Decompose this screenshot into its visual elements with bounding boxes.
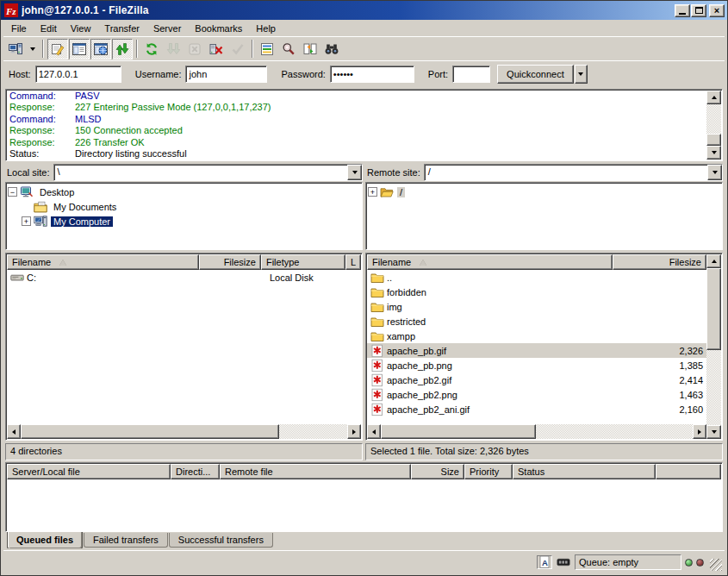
column-header-l[interactable]: L xyxy=(345,254,361,270)
scroll-track[interactable] xyxy=(706,104,721,146)
minimize-button[interactable] xyxy=(675,4,690,17)
scroll-right-button[interactable] xyxy=(347,424,361,439)
directory-comparison-button[interactable] xyxy=(300,39,320,59)
menu-file[interactable]: File xyxy=(4,22,34,35)
maximize-icon xyxy=(695,7,703,14)
expand-icon[interactable]: + xyxy=(368,187,377,197)
log-scrollbar[interactable] xyxy=(706,91,721,160)
menu-help[interactable]: Help xyxy=(249,22,283,35)
scroll-track[interactable] xyxy=(706,268,721,425)
column-header-status[interactable]: Status xyxy=(513,464,656,479)
local-tree-item-my-computer[interactable]: +My Computer xyxy=(7,214,361,229)
column-header-remote-file[interactable]: Remote file xyxy=(220,464,411,479)
local-site-dropdown[interactable] xyxy=(347,165,362,180)
process-queue-button[interactable] xyxy=(163,39,184,59)
scroll-thumb[interactable] xyxy=(381,424,536,439)
local-tree-item-my-documents[interactable]: My Documents xyxy=(7,199,361,214)
menu-server[interactable]: Server xyxy=(146,22,188,35)
expand-icon[interactable]: + xyxy=(22,216,31,226)
remote-file-row-restricted[interactable]: restricted xyxy=(367,314,706,329)
log-line-response: Response:226 Transfer OK xyxy=(9,137,705,148)
remote-file-row-img[interactable]: img xyxy=(367,299,706,314)
column-header-filler[interactable] xyxy=(656,464,721,479)
remote-file-row-forbidden[interactable]: forbidden xyxy=(367,285,706,299)
cell-value: 2,326 xyxy=(613,346,706,356)
password-input[interactable] xyxy=(330,66,414,83)
scroll-up-button[interactable] xyxy=(706,254,721,268)
menu-bookmarks[interactable]: Bookmarks xyxy=(188,22,249,35)
collapse-icon[interactable]: − xyxy=(8,187,17,197)
remote-file-row-apache-pb-png[interactable]: apache_pb.png1,385 xyxy=(367,358,706,373)
scroll-left-button[interactable] xyxy=(7,424,21,439)
file-search-button[interactable] xyxy=(278,39,299,59)
column-header-priority[interactable]: Priority xyxy=(464,464,513,479)
column-header-filename[interactable]: Filename xyxy=(7,254,199,270)
scroll-track[interactable] xyxy=(21,424,347,439)
remote-tree-item-blank[interactable]: +/ xyxy=(367,185,721,199)
toggle-transfer-queue-button[interactable] xyxy=(112,39,133,59)
local-file-list: FilenameFilesizeFiletypeL C:Local Disk xyxy=(5,253,363,441)
toggle-message-log-button[interactable] xyxy=(47,39,68,59)
remote-vertical-scrollbar[interactable] xyxy=(706,254,721,439)
remote-file-row-apache-pb2-gif[interactable]: apache_pb2.gif2,414 xyxy=(367,373,706,387)
username-input[interactable] xyxy=(185,66,267,83)
log-message: 226 Transfer OK xyxy=(75,137,145,148)
local-site-value[interactable]: \ xyxy=(54,165,347,180)
column-header-filename[interactable]: Filename xyxy=(367,254,613,270)
local-tree-item-desktop[interactable]: −Desktop xyxy=(7,185,361,199)
port-input[interactable] xyxy=(452,66,490,83)
close-button[interactable]: × xyxy=(709,4,725,17)
scroll-down-button[interactable] xyxy=(706,146,721,160)
toggle-remote-treeview-button[interactable] xyxy=(90,39,111,59)
column-header-filesize[interactable]: Filesize xyxy=(613,254,706,270)
tab-failed-transfers[interactable]: Failed transfers xyxy=(84,533,168,548)
remote-file-row-blank[interactable]: .. xyxy=(367,270,706,285)
remote-site-combo[interactable]: / xyxy=(424,164,723,181)
remote-file-row-apache-pb2-png[interactable]: apache_pb2.png1,463 xyxy=(367,387,706,402)
refresh-button[interactable] xyxy=(141,39,162,59)
scroll-left-button[interactable] xyxy=(367,424,381,439)
scroll-track[interactable] xyxy=(381,424,693,439)
local-site-combo[interactable]: \ xyxy=(53,164,363,181)
toggle-local-treeview-button[interactable] xyxy=(69,39,90,59)
directory-listing-filters-button[interactable] xyxy=(257,39,277,59)
column-header-size[interactable]: Size xyxy=(411,464,464,479)
resize-grip[interactable] xyxy=(710,559,722,571)
scroll-right-button[interactable] xyxy=(693,424,706,439)
local-horizontal-scrollbar[interactable] xyxy=(7,424,361,439)
remote-site-dropdown[interactable] xyxy=(707,165,722,180)
menu-view[interactable]: View xyxy=(64,22,98,35)
tab-queued-files[interactable]: Queued files xyxy=(7,532,83,549)
quickconnect-button[interactable]: Quickconnect xyxy=(497,65,574,84)
disconnect-button[interactable] xyxy=(206,39,227,59)
site-manager-button[interactable] xyxy=(5,39,26,59)
column-header-server-local-file[interactable]: Server/Local file xyxy=(7,464,171,479)
site-manager-dropdown-button[interactable] xyxy=(27,39,39,59)
remote-site-value[interactable]: / xyxy=(425,165,707,180)
drive-icon xyxy=(10,271,24,285)
menu-edit[interactable]: Edit xyxy=(34,22,64,35)
column-header-directi[interactable]: Directi... xyxy=(171,464,220,479)
remote-file-row-apache-pb-gif[interactable]: apache_pb.gif2,326 xyxy=(367,343,706,358)
synchronized-browsing-button[interactable] xyxy=(321,39,342,59)
remote-horizontal-scrollbar[interactable] xyxy=(367,424,706,439)
menu-transfer[interactable]: Transfer xyxy=(97,22,146,35)
local-file-row-c[interactable]: C:Local Disk xyxy=(7,270,361,285)
abort-button[interactable] xyxy=(227,39,248,59)
scroll-thumb[interactable] xyxy=(706,134,721,146)
quickconnect-dropdown[interactable] xyxy=(575,65,588,84)
local-pane: Local site: \ −DesktopMy Documents+My Co… xyxy=(5,163,363,460)
local-status-bar: 4 directories xyxy=(5,443,363,460)
cancel-operation-button[interactable] xyxy=(184,39,205,59)
remote-file-row-apache-pb2-ani-gif[interactable]: apache_pb2_ani.gif2,160 xyxy=(367,402,706,416)
column-header-filesize[interactable]: Filesize xyxy=(199,254,261,270)
scroll-up-button[interactable] xyxy=(706,91,721,104)
scroll-thumb[interactable] xyxy=(706,268,721,350)
maximize-button[interactable] xyxy=(691,4,706,17)
host-input[interactable] xyxy=(35,66,121,83)
scroll-thumb[interactable] xyxy=(21,424,279,439)
remote-file-row-xampp[interactable]: xampp xyxy=(367,329,706,343)
column-header-filetype[interactable]: Filetype xyxy=(261,254,345,270)
scroll-down-button[interactable] xyxy=(706,425,721,439)
tab-successful-transfers[interactable]: Successful transfers xyxy=(169,533,273,548)
